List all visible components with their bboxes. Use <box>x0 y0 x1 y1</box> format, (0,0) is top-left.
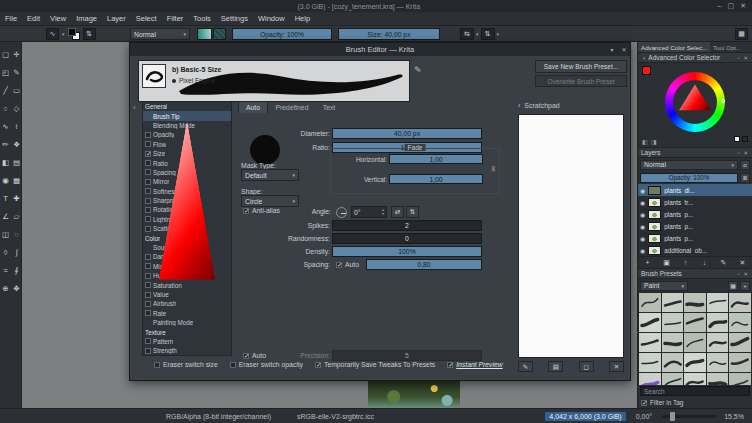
tool-multibrush-icon[interactable]: ❖ <box>11 137 22 152</box>
save-new-preset-button[interactable]: Save New Brush Preset... <box>535 60 627 73</box>
options-section-texture[interactable]: ▼Texture <box>143 327 231 336</box>
option-checkbox[interactable] <box>145 226 151 232</box>
tool-freehand-brush-icon[interactable]: ✎ <box>11 65 22 80</box>
menu-view[interactable]: View <box>45 12 71 26</box>
option-checkbox[interactable] <box>145 263 151 269</box>
brush-option-brush-tip[interactable]: Brush Tip <box>143 111 231 120</box>
tool-rectangle-icon[interactable]: ▭ <box>11 83 22 98</box>
flip-vertical-button[interactable]: ⇅ <box>406 206 419 218</box>
float-docker-icon[interactable]: ▫ <box>736 150 740 156</box>
swap-colors-icon[interactable]: ⇅ <box>83 28 96 40</box>
tool-line-icon[interactable]: ╱ <box>0 83 11 98</box>
brush-preset-thumb[interactable] <box>729 373 751 385</box>
close-icon[interactable]: ✕ <box>740 2 746 10</box>
minimize-icon[interactable]: – <box>718 2 722 10</box>
alpha-lock-icon[interactable]: α <box>740 160 750 170</box>
layer-row[interactable]: ◉additional_ob... <box>638 244 752 256</box>
preset-tag-select[interactable]: Paint ▾ <box>640 281 688 291</box>
brush-preset-chooser-icon[interactable]: ∿ <box>46 28 59 40</box>
tab-predefined[interactable]: Predefined <box>268 101 316 113</box>
tool-zoom-icon[interactable]: ⊕ <box>0 281 11 296</box>
option-checkbox[interactable] <box>145 338 151 344</box>
diameter-slider[interactable]: 40,00 px <box>332 128 482 139</box>
delete-layer-button[interactable]: ✕ <box>737 258 749 268</box>
close-docker-icon[interactable]: ✕ <box>742 271 749 277</box>
tool-similar-color-selection-icon[interactable]: ≈ <box>0 263 11 278</box>
tool-polyline-icon[interactable]: ∿ <box>0 119 11 134</box>
previous-color-swatch[interactable] <box>742 136 748 142</box>
rollup-icon[interactable]: ▾ <box>606 46 618 53</box>
tool-polygon-icon[interactable]: ◇ <box>11 101 22 116</box>
scratchpad-canvas[interactable] <box>518 114 624 358</box>
layer-blending-mode-select[interactable]: Normal ▾ <box>640 160 738 170</box>
checkbox-icon[interactable] <box>641 400 647 406</box>
tool-freehand-selection-icon[interactable]: ∫ <box>11 245 22 260</box>
fill-scratchpad-brush-button[interactable]: ✎ <box>518 361 533 372</box>
brush-preset-thumb[interactable] <box>662 293 684 312</box>
duplicate-layer-button[interactable]: ▣ <box>661 258 673 268</box>
visibility-eye-icon[interactable]: ◉ <box>640 199 645 206</box>
overwrite-preset-button[interactable]: Overwrite Brush Preset <box>535 75 627 87</box>
layer-filter-icon[interactable]: ≣ <box>740 173 750 183</box>
maximize-icon[interactable]: ▢ <box>728 2 735 10</box>
brush-presets-titlebar[interactable]: Brush Presets ▫ ✕ <box>638 268 752 279</box>
option-checkbox[interactable] <box>145 132 151 138</box>
tool-polygonal-selection-icon[interactable]: ◊ <box>0 245 11 260</box>
brush-option-painting-mode[interactable]: Painting Mode <box>143 318 231 327</box>
menu-layer[interactable]: Layer <box>102 12 131 26</box>
tool-crop-icon[interactable]: ◰ <box>0 65 11 80</box>
brush-option-rate[interactable]: Rate <box>143 309 231 318</box>
brush-preset-thumb[interactable] <box>662 373 684 385</box>
option-checkbox[interactable] <box>145 198 151 204</box>
tool-pan-icon[interactable]: ✥ <box>11 281 22 296</box>
shade-selector-icon[interactable]: ◧ <box>642 138 648 145</box>
option-checkbox[interactable] <box>145 207 151 213</box>
brush-preset-thumb[interactable] <box>662 333 684 352</box>
option-checkbox[interactable] <box>145 216 151 222</box>
color-selector-titlebar[interactable]: ◑ Advanced Color Selector ▫ ✕ <box>638 52 752 63</box>
pattern-chooser-button[interactable] <box>213 28 226 40</box>
tab-advanced-color-selector[interactable]: Advanced Color Selec... <box>638 42 710 52</box>
menu-window[interactable]: Window <box>253 12 290 26</box>
option-checkbox[interactable] <box>145 273 151 279</box>
brush-preset-thumb[interactable] <box>729 293 751 312</box>
brush-option-airbrush[interactable]: Airbrush <box>143 299 231 308</box>
layer-row[interactable]: ◉plants_p... <box>638 208 752 220</box>
option-checkbox[interactable] <box>145 301 151 307</box>
brush-option-pattern[interactable]: Pattern <box>143 337 231 346</box>
fade-vertical-slider[interactable]: 1,00 <box>389 174 483 184</box>
brush-preset-thumb[interactable] <box>639 373 661 385</box>
chevron-down-icon[interactable]: ▾ <box>476 31 479 37</box>
brush-option-value[interactable]: Value <box>143 290 231 299</box>
brush-preset-thumb[interactable] <box>729 333 751 352</box>
fill-scratchpad-background-button[interactable]: ◻ <box>579 361 594 372</box>
option-checkbox[interactable] <box>145 282 151 288</box>
menu-image[interactable]: Image <box>71 12 102 26</box>
move-layer-up-button[interactable]: ↑ <box>680 258 692 268</box>
brush-preset-thumb[interactable] <box>707 293 729 312</box>
brush-preset-thumb[interactable] <box>662 353 684 372</box>
visibility-eye-icon[interactable]: ◉ <box>640 187 645 194</box>
brush-preset-thumb[interactable] <box>639 333 661 352</box>
randomness-slider[interactable]: 0 <box>332 233 482 244</box>
close-icon[interactable]: ✕ <box>618 46 630 53</box>
tool-reference-images-icon[interactable]: ▱ <box>11 209 22 224</box>
tool-dynamic-brush-icon[interactable]: ✏ <box>0 137 11 152</box>
brush-preset-thumb[interactable] <box>684 353 706 372</box>
spikes-slider[interactable]: 2 <box>332 220 482 231</box>
option-checkbox[interactable] <box>145 179 151 185</box>
menu-settings[interactable]: Settings <box>216 12 253 26</box>
collapse-scratchpad-icon[interactable]: ‹ <box>518 102 520 109</box>
fade-horizontal-slider[interactable]: 1,00 <box>389 154 483 164</box>
brush-preset-thumb[interactable] <box>729 353 751 372</box>
brush-preset-thumb[interactable] <box>639 293 661 312</box>
add-tag-icon[interactable]: + <box>740 281 750 291</box>
move-layer-down-button[interactable]: ↓ <box>699 258 711 268</box>
option-checkbox[interactable] <box>145 141 151 147</box>
tool-pattern-edit-icon[interactable]: ▦ <box>11 173 22 188</box>
last-color-swatch[interactable] <box>734 136 740 142</box>
zoom-handle[interactable] <box>670 412 675 421</box>
gradient-chooser-button[interactable] <box>197 28 212 40</box>
tool-transform-icon[interactable]: ▢ <box>0 47 11 62</box>
tool-bezier-selection-icon[interactable]: ∮ <box>11 263 22 278</box>
